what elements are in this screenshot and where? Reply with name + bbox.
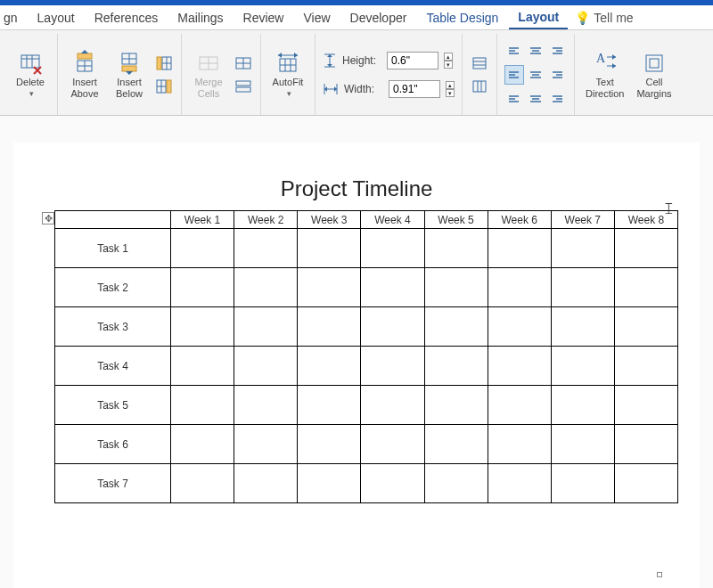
cell-margins-button[interactable]: Cell Margins bbox=[633, 48, 675, 100]
tab-layout[interactable]: Layout bbox=[29, 7, 84, 29]
table-row[interactable]: Task 7 bbox=[55, 464, 678, 503]
align-mr-button[interactable] bbox=[547, 65, 567, 85]
height-up[interactable]: ▴ bbox=[444, 53, 453, 61]
text-direction-button[interactable]: A Text Direction bbox=[582, 48, 627, 100]
page[interactable]: Project Timeline ✥ 𝙸 Week 1Week 2Week 3W… bbox=[13, 143, 700, 588]
table-cell[interactable] bbox=[234, 347, 298, 386]
table-cell[interactable] bbox=[614, 386, 677, 425]
split-cells-button[interactable] bbox=[234, 53, 253, 73]
table-header-empty[interactable] bbox=[55, 211, 171, 229]
table-cell[interactable] bbox=[551, 229, 614, 268]
table-header[interactable]: Week 1 bbox=[171, 211, 234, 229]
height-down[interactable]: ▾ bbox=[444, 61, 453, 69]
split-table-button[interactable] bbox=[234, 77, 253, 96]
align-ml-button[interactable] bbox=[504, 65, 524, 85]
table-cell[interactable] bbox=[361, 386, 424, 425]
align-tl-button[interactable] bbox=[504, 44, 524, 63]
table-header[interactable]: Week 4 bbox=[361, 211, 424, 229]
table-cell[interactable] bbox=[424, 386, 488, 425]
table-cell[interactable] bbox=[298, 229, 361, 268]
tab-references[interactable]: References bbox=[86, 7, 168, 29]
table-cell[interactable] bbox=[488, 386, 551, 425]
table-row[interactable]: Task 3 bbox=[55, 307, 678, 347]
table-cell[interactable] bbox=[234, 464, 298, 503]
align-bl-button[interactable] bbox=[504, 86, 524, 106]
table-row[interactable]: Task 4 bbox=[55, 347, 678, 386]
table-cell[interactable] bbox=[424, 307, 488, 347]
tab-mailings[interactable]: Mailings bbox=[168, 7, 232, 29]
table-cell[interactable] bbox=[171, 386, 234, 425]
table-cell[interactable] bbox=[171, 425, 234, 464]
table-cell[interactable] bbox=[298, 347, 361, 386]
tab-layout[interactable]: Layout bbox=[509, 6, 568, 29]
table-cell[interactable] bbox=[614, 464, 677, 503]
table-cell[interactable] bbox=[171, 229, 234, 268]
table-cell[interactable] bbox=[298, 464, 361, 503]
width-up[interactable]: ▴ bbox=[446, 81, 455, 89]
tell-me[interactable]: 💡Tell me bbox=[575, 11, 633, 25]
distribute-rows-button[interactable] bbox=[470, 53, 489, 73]
table-header[interactable]: Week 2 bbox=[234, 211, 298, 229]
table-cell[interactable] bbox=[488, 307, 551, 347]
table-cell[interactable] bbox=[171, 464, 234, 503]
autofit-button[interactable]: AutoFit bbox=[268, 48, 307, 101]
table-row[interactable]: Task 2 bbox=[55, 268, 678, 307]
table-header[interactable]: Week 5 bbox=[424, 211, 488, 229]
align-bc-button[interactable] bbox=[526, 86, 545, 106]
col-width-input[interactable] bbox=[389, 80, 440, 98]
row-height-input[interactable] bbox=[387, 52, 438, 69]
table-cell[interactable] bbox=[551, 307, 614, 347]
table-cell[interactable] bbox=[361, 268, 424, 307]
table-cell[interactable] bbox=[551, 464, 614, 503]
table-cell[interactable] bbox=[361, 229, 424, 268]
tab-view[interactable]: View bbox=[294, 7, 339, 29]
table-cell[interactable] bbox=[551, 347, 614, 386]
table-cell[interactable] bbox=[551, 425, 614, 464]
table-resize-handle[interactable] bbox=[657, 572, 662, 577]
table-cell[interactable] bbox=[234, 425, 298, 464]
distribute-cols-button[interactable] bbox=[470, 77, 489, 96]
row-label[interactable]: Task 3 bbox=[55, 307, 171, 347]
table-row[interactable]: Task 1 bbox=[55, 229, 678, 268]
insert-left-button[interactable] bbox=[154, 53, 174, 73]
table-header[interactable]: Week 3 bbox=[298, 211, 361, 229]
table-cell[interactable] bbox=[361, 464, 424, 503]
row-label[interactable]: Task 1 bbox=[55, 229, 171, 268]
table-cell[interactable] bbox=[171, 268, 234, 307]
insert-right-button[interactable] bbox=[154, 77, 174, 96]
table-cell[interactable] bbox=[361, 347, 424, 386]
insert-below-button[interactable]: Insert Below bbox=[110, 48, 149, 100]
tab-review[interactable]: Review bbox=[234, 7, 293, 29]
document-title[interactable]: Project Timeline bbox=[31, 176, 682, 201]
table-cell[interactable] bbox=[424, 229, 488, 268]
table-cell[interactable] bbox=[424, 268, 488, 307]
table-cell[interactable] bbox=[234, 386, 298, 425]
table-cell[interactable] bbox=[298, 268, 361, 307]
table-cell[interactable] bbox=[614, 347, 677, 386]
table-cell[interactable] bbox=[614, 229, 677, 268]
row-label[interactable]: Task 5 bbox=[55, 386, 171, 425]
align-mc-button[interactable] bbox=[526, 65, 545, 85]
table-row[interactable]: Task 5 bbox=[55, 386, 678, 425]
table-cell[interactable] bbox=[424, 464, 488, 503]
tab-gn[interactable]: gn bbox=[4, 7, 27, 29]
align-tc-button[interactable] bbox=[526, 44, 545, 63]
table-header[interactable]: Week 6 bbox=[488, 211, 551, 229]
table-cell[interactable] bbox=[298, 307, 361, 347]
table-cell[interactable] bbox=[361, 307, 424, 347]
timeline-table[interactable]: Week 1Week 2Week 3Week 4Week 5Week 6Week… bbox=[54, 210, 678, 503]
table-cell[interactable] bbox=[171, 307, 234, 347]
table-row[interactable]: Task 6 bbox=[55, 425, 678, 464]
table-cell[interactable] bbox=[488, 464, 551, 503]
tab-developer[interactable]: Developer bbox=[341, 7, 416, 29]
table-header[interactable]: Week 7 bbox=[551, 211, 614, 229]
row-label[interactable]: Task 4 bbox=[55, 347, 171, 386]
delete-button[interactable]: Delete bbox=[11, 48, 50, 101]
table-cell[interactable] bbox=[614, 307, 677, 347]
table-cell[interactable] bbox=[488, 347, 551, 386]
table-cell[interactable] bbox=[424, 425, 488, 464]
table-cell[interactable] bbox=[488, 268, 551, 307]
table-cell[interactable] bbox=[488, 229, 551, 268]
table-cell[interactable] bbox=[234, 229, 298, 268]
align-br-button[interactable] bbox=[547, 86, 567, 106]
